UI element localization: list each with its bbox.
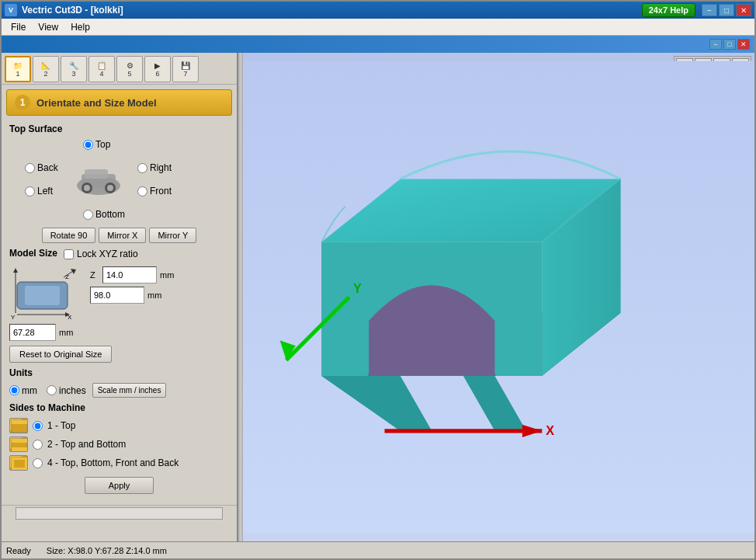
rotate90-button[interactable]: Rotate 90 [42, 228, 96, 243]
size-grid: Y X Z [9, 266, 229, 321]
radio-right-input[interactable] [137, 163, 147, 173]
workflow-tab-3[interactable]: 🔧 3 [61, 56, 87, 82]
inner-close[interactable]: ✕ [737, 39, 750, 50]
radio-front-label: Front [150, 186, 172, 197]
help-button[interactable]: 24x7 Help [642, 3, 695, 17]
panel-content: Top Surface Top Back [2, 119, 237, 505]
h-scrollbar[interactable] [16, 507, 223, 520]
apply-button[interactable]: Apply [85, 477, 154, 494]
z-unit: mm [160, 270, 174, 280]
workflow-tab-4[interactable]: 📋 4 [88, 56, 115, 82]
side-item-2: 2 - Top and Bottom [9, 437, 229, 452]
section-header: 1 Orientate and Size Model [6, 89, 232, 116]
radio-top: Top [83, 139, 110, 150]
size-inputs: Z mm mm [90, 266, 174, 304]
svg-rect-27 [25, 457, 27, 470]
radio-right: Right [137, 162, 172, 173]
units-mm-radio[interactable] [9, 385, 19, 395]
z-label: Z [90, 270, 99, 280]
svg-rect-19 [12, 420, 27, 424]
sides-label: Sides to Machine [9, 402, 229, 413]
side-item-4: 4 - Top, Bottom, Front and Back [9, 455, 229, 471]
inner-maximize[interactable]: □ [723, 39, 736, 50]
radio-bottom-input[interactable] [83, 210, 93, 220]
sides-1-label: 1 - Top [47, 420, 75, 431]
status-ready: Ready [6, 546, 31, 555]
radio-back-input[interactable] [25, 163, 35, 173]
svg-point-3 [84, 185, 90, 191]
top-surface-label: Top Surface [9, 123, 229, 134]
sides-4-radio[interactable] [33, 458, 43, 468]
svg-point-5 [107, 185, 113, 191]
x-input[interactable] [9, 324, 56, 341]
svg-marker-17 [71, 269, 76, 274]
section-title: Orientate and Size Model [36, 97, 157, 109]
app-title: Vectric Cut3D - [kolkki] [22, 5, 123, 16]
radio-left-input[interactable] [25, 186, 35, 197]
svg-rect-26 [12, 457, 14, 470]
radio-back: Back [25, 162, 58, 173]
radio-left-label: Left [37, 186, 53, 197]
sides-4-label: 4 - Top, Bottom, Front and Back [47, 457, 179, 468]
menu-help[interactable]: Help [64, 20, 96, 34]
radio-top-input[interactable] [83, 140, 93, 150]
model-size-label: Model Size [9, 248, 57, 259]
svg-rect-22 [12, 447, 27, 451]
viewport: ↕Z ↕X ↕Y [243, 53, 754, 541]
section-number: 1 [15, 95, 30, 110]
action-buttons: Rotate 90 Mirror X Mirror Y [9, 228, 229, 243]
x-unit: mm [59, 328, 73, 337]
app-icon: V [5, 4, 17, 16]
maximize-button[interactable]: □ [719, 4, 734, 16]
radio-back-label: Back [37, 162, 58, 173]
surface-radio-group: Top Back [9, 139, 211, 224]
radio-right-label: Right [150, 162, 172, 173]
radio-left: Left [25, 186, 53, 197]
minimize-button[interactable]: − [702, 4, 717, 16]
z-input[interactable] [102, 266, 157, 283]
inner-title-bar: − □ ✕ [2, 36, 754, 53]
radio-bottom-label: Bottom [95, 209, 125, 220]
side-icon-4 [9, 455, 28, 471]
workflow-tab-6[interactable]: ▶ 6 [144, 56, 171, 82]
svg-text:Y: Y [353, 281, 362, 295]
y-input[interactable] [90, 287, 144, 304]
mirror-x-button[interactable]: Mirror X [99, 228, 146, 243]
main-content: 📁 1 📐 2 🔧 3 📋 4 ⚙ 5 [2, 53, 754, 541]
reset-size-button[interactable]: Reset to Original Size [9, 346, 112, 363]
units-inches-label: inches [59, 385, 86, 396]
units-inches-radio[interactable] [47, 385, 57, 395]
units-mm-label: mm [22, 385, 37, 396]
mirror-y-button[interactable]: Mirror Y [149, 228, 196, 243]
sides-2-radio[interactable] [33, 440, 43, 450]
z-size-row: Z mm [90, 266, 174, 283]
scroll-area [2, 505, 237, 520]
svg-rect-21 [12, 439, 27, 443]
scale-units-button[interactable]: Scale mm / inches [92, 383, 167, 398]
side-icon-1 [9, 418, 28, 433]
menu-bar: File View Help [2, 19, 754, 36]
lock-xyz-checkbox[interactable] [64, 249, 74, 259]
workflow-tab-5[interactable]: ⚙ 5 [116, 56, 143, 82]
y-unit: mm [147, 290, 161, 300]
title-bar: V Vectric Cut3D - [kolkki] 24x7 Help − □… [2, 2, 754, 19]
main-window: V Vectric Cut3D - [kolkki] 24x7 Help − □… [0, 0, 756, 560]
model-diagram: Y X Z [9, 266, 79, 321]
menu-view[interactable]: View [32, 20, 64, 34]
workflow-tab-2[interactable]: 📐 2 [33, 56, 59, 82]
workflow-tab-7[interactable]: 💾 7 [172, 56, 199, 82]
close-button[interactable]: ✕ [736, 4, 751, 16]
units-label: Units [9, 367, 229, 378]
3d-scene: Y X [243, 53, 754, 541]
radio-top-label: Top [95, 139, 110, 150]
radio-front: Front [137, 186, 172, 197]
sides-2-label: 2 - Top and Bottom [47, 439, 126, 450]
left-panel: 📁 1 📐 2 🔧 3 📋 4 ⚙ 5 [2, 53, 238, 541]
menu-file[interactable]: File [5, 20, 32, 34]
units-section: Units mm inches Scale mm [9, 367, 229, 398]
inner-minimize[interactable]: − [709, 39, 722, 50]
workflow-tab-1[interactable]: 📁 1 [5, 56, 31, 82]
radio-front-input[interactable] [137, 186, 147, 197]
sides-1-radio[interactable] [33, 421, 43, 431]
svg-rect-6 [85, 169, 108, 179]
